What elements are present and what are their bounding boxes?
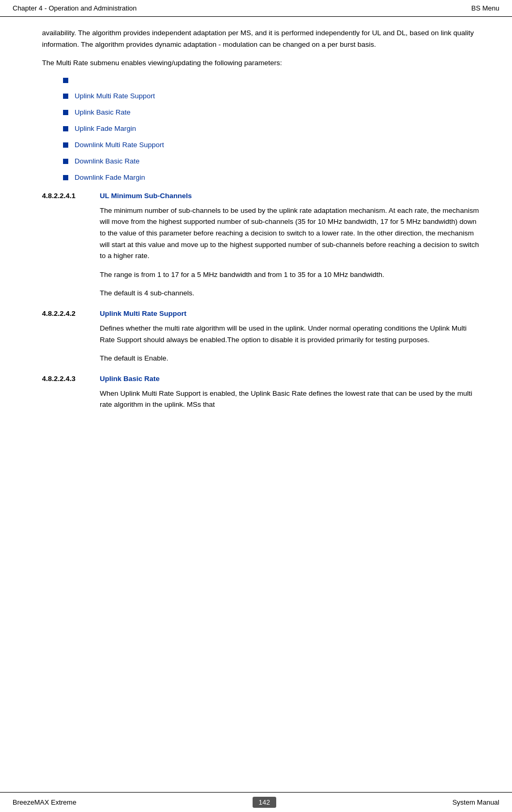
section-4-8-2-2-4-2-number: 4.8.2.2.4.2 bbox=[42, 310, 100, 317]
uplink-basic-rate-link[interactable]: Uplink Basic Rate bbox=[75, 108, 131, 116]
section-4-8-2-2-4-2-para-2: The default is Enable. bbox=[100, 353, 480, 364]
section-4-8-2-2-4-1-para-1: The minimum number of sub-channels to be… bbox=[100, 205, 480, 262]
section-4-8-2-2-4-3-heading: 4.8.2.2.4.3 Uplink Basic Rate bbox=[42, 375, 480, 383]
bullet-icon bbox=[63, 110, 68, 115]
section-4-8-2-2-4-1-para-3: The default is 4 sub-channels. bbox=[100, 287, 480, 299]
section-4-8-2-2-4-1-heading: 4.8.2.2.4.1 UL Minimum Sub-Channels bbox=[42, 192, 480, 200]
list-item-uplink-basic-rate: Uplink Basic Rate bbox=[63, 108, 480, 116]
main-content: availability. The algorithm provides ind… bbox=[0, 17, 512, 792]
footer-page-number: 142 bbox=[253, 797, 277, 808]
header-left: Chapter 4 - Operation and Administration bbox=[13, 4, 137, 12]
list-item-empty bbox=[63, 76, 480, 85]
section-4-8-2-2-4-1-para-2: The range is from 1 to 17 for a 5 MHz ba… bbox=[100, 269, 480, 281]
page-header: Chapter 4 - Operation and Administration… bbox=[0, 0, 512, 17]
bullet-icon bbox=[63, 126, 68, 131]
uplink-multi-rate-link[interactable]: Uplink Multi Rate Support bbox=[75, 92, 155, 100]
page-container: Chapter 4 - Operation and Administration… bbox=[0, 0, 512, 812]
bullet-icon bbox=[63, 175, 68, 180]
section-4-8-2-2-4-3-number: 4.8.2.2.4.3 bbox=[42, 375, 100, 383]
bullet-icon bbox=[63, 78, 68, 83]
list-item-downlink-basic-rate: Downlink Basic Rate bbox=[63, 157, 480, 165]
list-item-uplink-multi-rate: Uplink Multi Rate Support bbox=[63, 92, 480, 100]
intro-paragraph-1: availability. The algorithm provides ind… bbox=[42, 27, 480, 50]
list-item-downlink-multi-rate: Downlink Multi Rate Support bbox=[63, 141, 480, 149]
footer-right: System Manual bbox=[452, 798, 499, 806]
section-4-8-2-2-4-3-body: When Uplink Multi Rate Support is enable… bbox=[100, 388, 480, 410]
downlink-multi-rate-link[interactable]: Downlink Multi Rate Support bbox=[75, 141, 164, 149]
downlink-fade-margin-link[interactable]: Downlink Fade Margin bbox=[75, 173, 145, 181]
section-4-8-2-2-4-2-para-1: Defines whether the multi rate algorithm… bbox=[100, 323, 480, 345]
section-4-8-2-2-4-1-number: 4.8.2.2.4.1 bbox=[42, 192, 100, 200]
section-4-8-2-2-4-1-body: The minimum number of sub-channels to be… bbox=[100, 205, 480, 299]
bullet-icon bbox=[63, 94, 68, 99]
section-4-8-2-2-4-3-para-1: When Uplink Multi Rate Support is enable… bbox=[100, 388, 480, 410]
page-footer: BreezeMAX Extreme 142 System Manual bbox=[0, 792, 512, 812]
downlink-basic-rate-link[interactable]: Downlink Basic Rate bbox=[75, 157, 140, 165]
footer-left: BreezeMAX Extreme bbox=[13, 798, 76, 806]
header-right: BS Menu bbox=[472, 4, 499, 12]
list-item-uplink-fade-margin: Uplink Fade Margin bbox=[63, 125, 480, 132]
section-4-8-2-2-4-2-title: Uplink Multi Rate Support bbox=[100, 310, 186, 317]
list-item-downlink-fade-margin: Downlink Fade Margin bbox=[63, 173, 480, 181]
section-4-8-2-2-4-3-title: Uplink Basic Rate bbox=[100, 375, 160, 383]
section-4-8-2-2-4-2-body: Defines whether the multi rate algorithm… bbox=[100, 323, 480, 364]
section-4-8-2-2-4-1-title: UL Minimum Sub-Channels bbox=[100, 192, 192, 200]
bullet-icon bbox=[63, 142, 68, 148]
bullet-icon bbox=[63, 159, 68, 164]
intro-paragraph-2: The Multi Rate submenu enables viewing/u… bbox=[42, 57, 480, 69]
section-4-8-2-2-4-2-heading: 4.8.2.2.4.2 Uplink Multi Rate Support bbox=[42, 310, 480, 317]
uplink-fade-margin-link[interactable]: Uplink Fade Margin bbox=[75, 125, 136, 132]
bullet-list: Uplink Multi Rate Support Uplink Basic R… bbox=[63, 76, 480, 181]
